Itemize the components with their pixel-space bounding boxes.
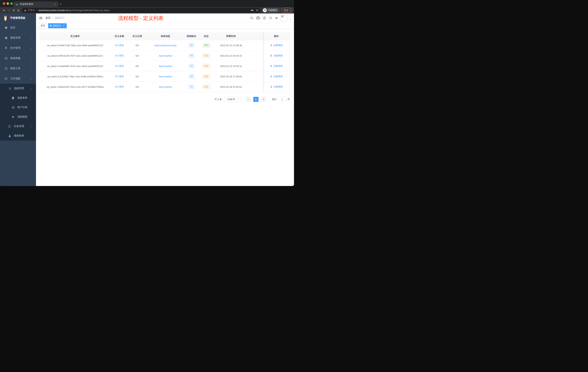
person-icon [8,134,11,137]
breadcrumb-home[interactable]: 首页 [45,16,51,20]
cell-status: 激活 [198,40,214,51]
tag-process-definition[interactable]: 流程定义× [48,23,67,28]
close-window-button[interactable] [3,2,5,5]
gear-icon [5,36,8,40]
definition-name-link[interactable]: OA 请假 [115,65,124,67]
sidebar-item-label: 首页 [10,26,33,29]
sidebar-submenu: 流程管理流程表单用户分组流程模型任务管理请假查询 [0,84,36,141]
sidebar-item-label: 任务管理 [14,125,28,128]
cell-actions: 分配规则 [263,40,290,51]
form-info-link[interactable]: /bpm/oa/flow [159,55,172,57]
definition-name-link[interactable]: OA 请假 [115,85,124,88]
sidebar-item-process-form[interactable]: 流程表单 [0,93,36,103]
cell-definition-category: OA [128,82,146,92]
briefcase-icon [5,77,8,80]
sidebar-collapse-icon[interactable] [39,16,42,20]
fullscreen-icon[interactable] [269,16,272,20]
sidebar-item-payment[interactable]: ¥支付管理 [0,43,36,53]
yen-icon: ¥ [5,47,8,50]
cell-definition-name: OA 请假 [111,71,128,82]
cell-deploy-time: 2022-01-22 19:19:11 [214,61,248,71]
browser-tab[interactable]: 芋道管理系统 × [13,1,58,7]
sidebar-item-process-mgmt[interactable]: 流程管理 [0,84,36,93]
back-icon[interactable] [2,8,7,13]
assign-rule-button[interactable]: 分配规则 [270,54,283,57]
sidebar-item-label: 用户分组 [17,106,33,109]
bookmark-star-icon[interactable] [256,9,259,12]
goto-page-input[interactable] [278,97,286,102]
url-text: dashboard.yudao.iocoder.cn/bpm/manager/d… [39,9,110,12]
sidebar-item-leave-query[interactable]: 请假查询 [0,131,36,141]
active-tag-dot [50,25,52,26]
definition-name-link[interactable]: OA 请假 [115,54,124,57]
browser-toolbar: 不安全 dashboard.yudao.iocoder.cn/bpm/manag… [0,7,294,13]
status-badge: 挂起 [202,64,210,68]
assign-rule-label: 分配规则 [273,75,283,78]
search-icon[interactable] [250,16,253,20]
sidebar-item-home[interactable]: 首页 [0,22,36,33]
chevron-up-icon [31,88,33,89]
tag-close-icon[interactable]: × [62,24,65,27]
assign-rule-button[interactable]: 分配规则 [270,44,283,47]
form-info-link[interactable]: /bpm/oa/flow [159,86,172,88]
browser-update-button[interactable]: 更新 [281,8,292,13]
incognito-label: 无痕模式 [268,9,277,12]
assign-rule-button[interactable]: 分配规则 [270,85,283,88]
assign-rule-button[interactable]: 分配规则 [270,65,283,68]
forward-icon[interactable] [7,8,11,13]
table-header-row: 定义编号 定义名称 定义分类 表单信息 流程版本 状态 部署时间 操作 [40,32,290,40]
sidebar-item-system[interactable]: 系统管理 [0,33,36,43]
help-icon[interactable] [263,16,266,20]
minimize-window-button[interactable] [7,2,9,5]
update-label: 更新 [284,9,288,12]
sidebar-item-label: 流程表单 [17,96,33,99]
sidebar-item-devtools[interactable]: 研发工具 [0,63,36,74]
avatar-dropdown-caret-icon[interactable] [289,18,292,20]
tab-close-icon[interactable]: × [54,3,57,6]
github-icon[interactable] [256,16,260,20]
maximize-window-button[interactable] [10,2,13,5]
cell-definition-id: oa_leave:2:3c1f0ef1-76b1-11ec-9c66-a2380… [40,71,111,82]
version-badge: v2 [189,74,195,79]
address-bar[interactable]: 不安全 dashboard.yudao.iocoder.cn/bpm/manag… [22,8,261,13]
home-icon[interactable] [16,8,21,13]
key-icon[interactable] [251,9,254,12]
browser-menu-icon[interactable] [290,9,291,12]
user-icon [270,44,272,47]
reload-icon[interactable] [11,8,16,13]
new-tab-button[interactable]: + [58,2,63,7]
definition-name-link[interactable]: OA 请假 [115,44,124,47]
sidebar-item-label: 系统管理 [10,36,28,40]
assign-rule-button[interactable]: 分配规则 [270,75,283,78]
sidebar-item-user-group[interactable]: 用户分组 [0,103,36,112]
app-title: 芋道管理系统 [10,16,25,20]
page-size-select[interactable]: 10条/页 [224,97,242,102]
page-unit-label: 页 [287,98,290,101]
next-page-button[interactable] [261,97,266,102]
cell-process-version: v3 [185,61,198,71]
cell-actions: 分配规则 [263,61,290,71]
sidebar-item-infra[interactable]: 基础设施 [0,53,36,63]
table-body: oa_leave:5:004b710b-7b8a-11ec-8ef0-acde4… [40,40,290,92]
prev-page-button[interactable] [246,97,251,102]
table-row: oa_leave:5:004b710b-7b8a-11ec-8ef0-acde4… [40,40,290,51]
font-size-icon[interactable]: tT [275,17,278,20]
page-size-value: 10条/页 [227,98,235,101]
sidebar-item-task-mgmt[interactable]: 任务管理 [0,121,36,131]
version-badge: v4 [189,53,195,58]
cell-form-info: /bpm/oa/flow [146,61,185,71]
sidebar-item-process-model[interactable]: 流程模型 [0,112,36,121]
current-page-button[interactable]: 1 [253,97,259,102]
definition-name-link[interactable]: OA 请假 [115,75,124,78]
logo-avatar [3,15,8,21]
cell-definition-name: OA 请假 [111,61,128,71]
form-info-link[interactable]: /bpm/oa/flow [159,75,172,78]
form-info-link[interactable]: /bpm/oa/flow [159,65,172,67]
sidebar-item-label: 研发工具 [10,67,28,70]
cell-status: 挂起 [198,61,214,71]
sidebar-item-workflow[interactable]: 工作流程 [0,74,36,84]
form-info-link[interactable]: /bpm/oa/leave/create [154,44,176,47]
browser-titlebar: 芋道管理系统 × + [0,0,294,7]
tag-home[interactable]: 首页 [39,23,47,28]
user-avatar-broken-image[interactable] [281,15,287,21]
